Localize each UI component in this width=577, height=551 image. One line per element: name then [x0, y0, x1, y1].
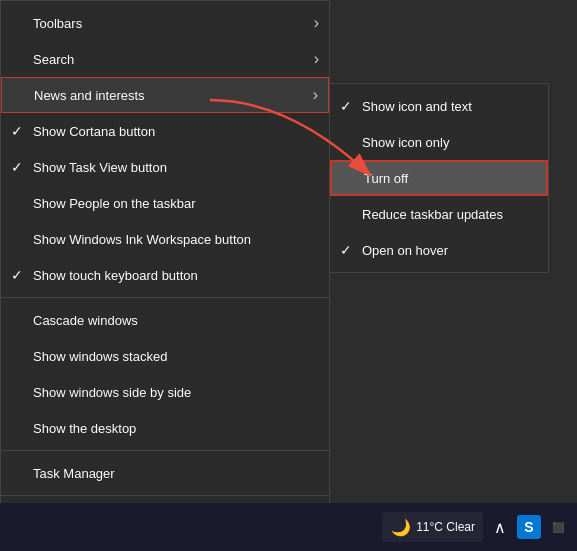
submenu-item-icon-only[interactable]: Show icon only: [330, 124, 548, 160]
menu-item-cortana-label: Show Cortana button: [33, 124, 313, 139]
submenu-item-hover[interactable]: ✓ Open on hover: [330, 232, 548, 268]
menu-item-ink[interactable]: Show Windows Ink Workspace button: [1, 221, 329, 257]
menu-item-people[interactable]: Show People on the taskbar: [1, 185, 329, 221]
submenu-item-hover-label: Open on hover: [362, 243, 448, 258]
menu-item-cascade[interactable]: Cascade windows: [1, 302, 329, 338]
checkmark-hover: ✓: [340, 242, 352, 258]
weather-section: 🌙 11°C Clear: [382, 512, 483, 542]
taskbar-expand-icon[interactable]: ∧: [489, 516, 511, 538]
checkmark-icon-text: ✓: [340, 98, 352, 114]
divider-1: [1, 297, 329, 298]
taskbar-right-section: 🌙 11°C Clear ∧ S ⬛: [382, 512, 569, 542]
taskbar-extra-icon[interactable]: ⬛: [547, 516, 569, 538]
submenu-item-icon-text-label: Show icon and text: [362, 99, 472, 114]
news-submenu: ✓ Show icon and text Show icon only Turn…: [329, 83, 549, 273]
menu-item-stacked[interactable]: Show windows stacked: [1, 338, 329, 374]
menu-item-people-label: Show People on the taskbar: [33, 196, 313, 211]
taskbar: 🌙 11°C Clear ∧ S ⬛: [0, 503, 577, 551]
menu-item-taskview-label: Show Task View button: [33, 160, 313, 175]
menu-item-ink-label: Show Windows Ink Workspace button: [33, 232, 313, 247]
menu-item-cortana[interactable]: ✓ Show Cortana button: [1, 113, 329, 149]
menu-item-touch-kb[interactable]: ✓ Show touch keyboard button: [1, 257, 329, 293]
weather-text: 11°C Clear: [416, 520, 475, 534]
divider-2: [1, 450, 329, 451]
divider-3: [1, 495, 329, 496]
submenu-item-reduce-label: Reduce taskbar updates: [362, 207, 503, 222]
weather-icon: 🌙: [390, 516, 412, 538]
menu-item-desktop[interactable]: Show the desktop: [1, 410, 329, 446]
checkmark-cortana: ✓: [11, 123, 23, 139]
submenu-item-icon-text[interactable]: ✓ Show icon and text: [330, 88, 548, 124]
submenu-item-icon-only-label: Show icon only: [362, 135, 449, 150]
checkmark-taskview: ✓: [11, 159, 23, 175]
menu-item-taskview[interactable]: ✓ Show Task View button: [1, 149, 329, 185]
menu-item-task-manager-label: Task Manager: [33, 466, 313, 481]
submenu-item-reduce[interactable]: Reduce taskbar updates: [330, 196, 548, 232]
menu-item-task-manager[interactable]: Task Manager: [1, 455, 329, 491]
menu-item-news-interests-label: News and interests: [34, 88, 312, 103]
context-menu: Toolbars Search News and interests ✓ Sho…: [0, 0, 330, 551]
menu-item-cascade-label: Cascade windows: [33, 313, 313, 328]
menu-item-side[interactable]: Show windows side by side: [1, 374, 329, 410]
menu-item-search-label: Search: [33, 52, 313, 67]
submenu-item-turn-off[interactable]: Turn off: [330, 160, 548, 196]
menu-item-news-interests[interactable]: News and interests: [1, 77, 329, 113]
menu-item-toolbars[interactable]: Toolbars: [1, 5, 329, 41]
menu-item-stacked-label: Show windows stacked: [33, 349, 313, 364]
menu-item-side-label: Show windows side by side: [33, 385, 313, 400]
menu-item-toolbars-label: Toolbars: [33, 16, 313, 31]
menu-item-search[interactable]: Search: [1, 41, 329, 77]
taskbar-s-icon[interactable]: S: [517, 515, 541, 539]
menu-item-desktop-label: Show the desktop: [33, 421, 313, 436]
checkmark-touch-kb: ✓: [11, 267, 23, 283]
submenu-item-turn-off-label: Turn off: [364, 171, 408, 186]
menu-item-touch-kb-label: Show touch keyboard button: [33, 268, 313, 283]
